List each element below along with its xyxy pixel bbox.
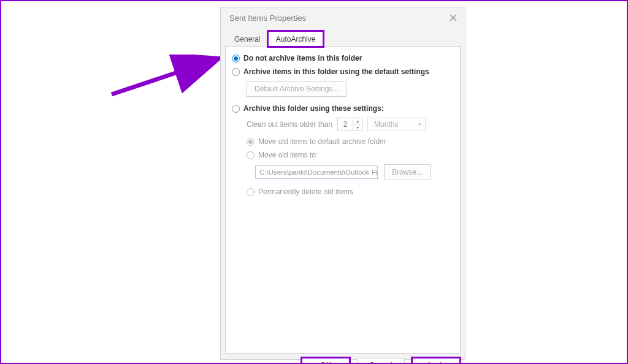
option-archive-default[interactable]: Archive items in this folder using the d… [232, 67, 454, 76]
option-label: Permanently delete old items [258, 188, 353, 196]
apply-button[interactable]: Apply [412, 358, 460, 364]
chevron-down-icon: ▾ [418, 121, 421, 127]
clean-out-unit-dropdown[interactable]: Months ▾ [367, 118, 426, 131]
properties-dialog: Sent Items Properties General AutoArchiv… [220, 7, 465, 360]
clean-out-value[interactable] [337, 118, 353, 131]
archive-path-input[interactable]: C:\Users\panki\Documents\Outlook Files\ [255, 165, 378, 179]
spinner-up-icon: ▲ [353, 118, 362, 124]
clean-out-label: Clean out items older than [247, 120, 332, 129]
default-archive-settings-button[interactable]: Default Archive Settings... [247, 81, 347, 97]
radio-icon [232, 105, 240, 113]
option-label: Move old items to default archive folder [258, 137, 386, 146]
annotation-arrow [109, 55, 231, 104]
option-label: Do not archive items in this folder [243, 54, 362, 63]
option-move-to: Move old items to: [247, 151, 454, 159]
option-permanently-delete: Permanently delete old items [247, 188, 454, 196]
clean-out-spinner[interactable]: ▲ ▼ [337, 118, 362, 131]
dialog-buttons: OK Cancel Apply [226, 358, 460, 364]
option-archive-custom[interactable]: Archive this folder using these settings… [232, 104, 454, 113]
spinner-arrows[interactable]: ▲ ▼ [353, 118, 362, 131]
spinner-down-icon: ▼ [353, 124, 362, 131]
dropdown-value: Months [374, 120, 398, 129]
radio-icon [232, 68, 240, 76]
option-label: Archive this folder using these settings… [243, 104, 384, 113]
ok-button[interactable]: OK [302, 358, 350, 364]
tab-bar: General AutoArchive [221, 29, 465, 47]
radio-icon [247, 188, 255, 196]
option-move-default: Move old items to default archive folder [247, 137, 454, 146]
svg-line-1 [112, 59, 216, 94]
cancel-button[interactable]: Cancel [357, 358, 405, 364]
browse-button[interactable]: Browse... [384, 164, 431, 180]
option-do-not-archive[interactable]: Do not archive items in this folder [232, 54, 454, 63]
tab-general[interactable]: General [227, 32, 268, 47]
option-label: Archive items in this folder using the d… [243, 67, 429, 76]
radio-icon [247, 138, 255, 146]
tab-autoarchive[interactable]: AutoArchive [268, 31, 324, 47]
titlebar: Sent Items Properties [221, 7, 465, 29]
radio-icon [247, 151, 255, 159]
tab-panel: Do not archive items in this folder Arch… [225, 46, 461, 354]
close-button[interactable] [448, 12, 459, 23]
close-icon [450, 14, 457, 21]
option-label: Move old items to: [258, 151, 318, 159]
radio-icon [232, 55, 240, 63]
dialog-title: Sent Items Properties [229, 13, 306, 23]
